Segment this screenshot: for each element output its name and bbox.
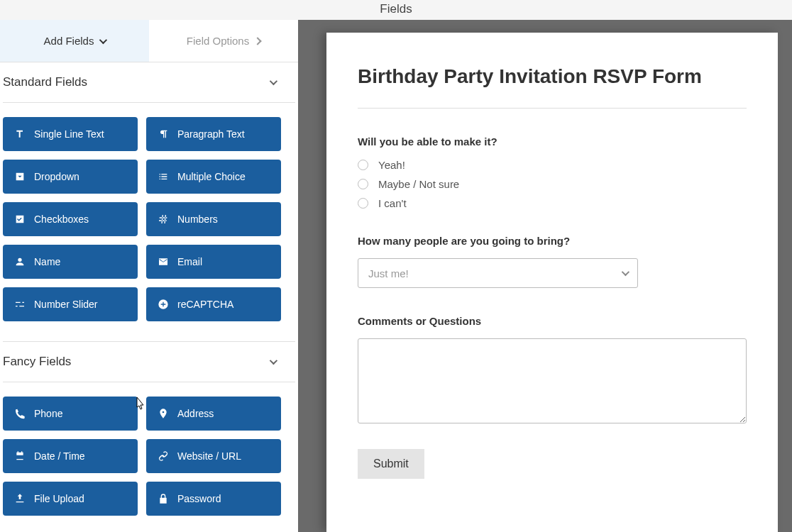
field-label: Numbers [177, 214, 218, 225]
radio-icon [358, 179, 368, 189]
field-single-line-text[interactable]: Single Line Text [3, 117, 138, 151]
section-fancy-fields[interactable]: Fancy Fields [0, 342, 298, 382]
lock-icon [158, 493, 169, 504]
radio-label: Yeah! [378, 159, 405, 171]
page-header: Fields [0, 0, 792, 20]
calendar-icon [14, 450, 26, 462]
field-label: Single Line Text [34, 128, 104, 140]
select-value: Just me! [368, 267, 409, 279]
field-email[interactable]: Email [146, 245, 281, 279]
field-label: Password [177, 493, 221, 504]
tab-label: Field Options [187, 35, 249, 47]
standard-fields-grid: Single Line Text Paragraph Text Dropdown… [0, 117, 298, 341]
field-multiple-choice[interactable]: Multiple Choice [146, 160, 281, 194]
radio-group-attend: Yeah! Maybe / Not sure I can't [358, 159, 747, 209]
section-standard-fields[interactable]: Standard Fields [0, 62, 298, 102]
section-title: Standard Fields [3, 75, 87, 89]
google-icon [158, 299, 169, 310]
divider [3, 102, 295, 103]
upload-icon [14, 493, 26, 504]
check-square-icon [14, 214, 26, 225]
form-preview: Birthday Party Invitation RSVP Form Will… [326, 33, 778, 532]
submit-button[interactable]: Submit [358, 449, 424, 479]
field-label: Number Slider [34, 299, 97, 310]
field-label: Name [34, 256, 60, 267]
tab-field-options[interactable]: Field Options [149, 20, 298, 62]
chevron-right-icon [254, 37, 262, 45]
text-icon [14, 128, 26, 140]
caret-square-icon [14, 171, 26, 182]
comments-textarea[interactable] [358, 338, 747, 423]
field-label: Dropdown [34, 171, 79, 182]
link-icon [158, 450, 169, 462]
question-label-people: How many people are you going to bring? [358, 235, 747, 247]
field-address[interactable]: Address [146, 397, 281, 431]
divider [358, 108, 747, 109]
radio-option[interactable]: Yeah! [358, 159, 747, 171]
field-file-upload[interactable]: File Upload [3, 482, 138, 516]
fields-panel: Add Fields Field Options Standard Fields… [0, 20, 298, 532]
field-label: Paragraph Text [177, 128, 245, 140]
field-number-slider[interactable]: Number Slider [3, 287, 138, 321]
radio-icon [358, 198, 368, 209]
people-select[interactable]: Just me! [358, 258, 638, 288]
paragraph-icon [158, 128, 169, 140]
fancy-fields-grid: Phone Address Date / Time Website / URL … [0, 397, 298, 532]
sliders-icon [14, 299, 26, 310]
field-paragraph-text[interactable]: Paragraph Text [146, 117, 281, 151]
field-phone[interactable]: Phone [3, 397, 138, 431]
radio-label: I can't [378, 197, 407, 209]
user-icon [14, 256, 26, 267]
field-password[interactable]: Password [146, 482, 281, 516]
page-title: Fields [380, 2, 412, 16]
field-label: File Upload [34, 493, 84, 504]
section-title: Fancy Fields [3, 355, 71, 369]
form-title: Birthday Party Invitation RSVP Form [358, 65, 747, 88]
marker-icon [158, 408, 169, 419]
hash-icon [158, 214, 169, 225]
chevron-down-icon [270, 77, 277, 85]
field-checkboxes[interactable]: Checkboxes [3, 202, 138, 236]
field-website-url[interactable]: Website / URL [146, 439, 281, 473]
field-dropdown[interactable]: Dropdown [3, 160, 138, 194]
tab-label: Add Fields [44, 35, 94, 47]
tab-add-fields[interactable]: Add Fields [0, 20, 149, 62]
question-label-attend: Will you be able to make it? [358, 135, 747, 148]
submit-label: Submit [373, 458, 409, 470]
field-label: Multiple Choice [177, 171, 246, 182]
radio-label: Maybe / Not sure [378, 178, 459, 190]
chevron-down-icon [270, 357, 277, 365]
radio-option[interactable]: I can't [358, 197, 747, 209]
field-name[interactable]: Name [3, 245, 138, 279]
form-preview-panel: Birthday Party Invitation RSVP Form Will… [298, 20, 792, 532]
field-label: Email [177, 256, 202, 267]
radio-option[interactable]: Maybe / Not sure [358, 178, 747, 190]
field-label: reCAPTCHA [177, 299, 233, 310]
panel-tabs: Add Fields Field Options [0, 20, 298, 62]
chevron-down-icon [622, 268, 629, 276]
field-label: Date / Time [34, 450, 85, 462]
question-label-comments: Comments or Questions [358, 315, 747, 327]
phone-icon [14, 408, 26, 419]
field-recaptcha[interactable]: reCAPTCHA [146, 287, 281, 321]
field-label: Phone [34, 408, 62, 419]
field-label: Website / URL [177, 450, 241, 462]
list-icon [158, 171, 169, 182]
divider [3, 382, 295, 382]
chevron-down-icon [99, 35, 107, 43]
field-label: Address [177, 408, 214, 419]
field-numbers[interactable]: Numbers [146, 202, 281, 236]
field-date-time[interactable]: Date / Time [3, 439, 138, 473]
radio-icon [358, 160, 368, 170]
envelope-icon [158, 256, 169, 267]
field-label: Checkboxes [34, 214, 89, 225]
